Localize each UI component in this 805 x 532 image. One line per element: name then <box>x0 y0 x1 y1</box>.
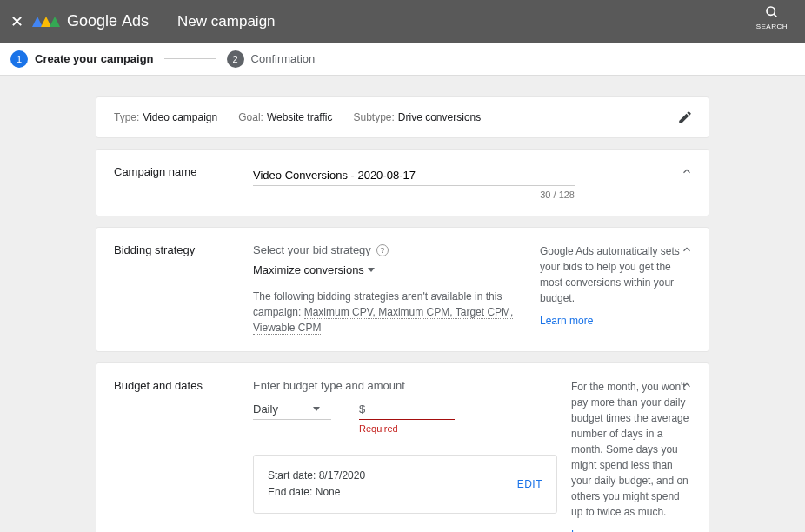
budget-section: Budget and dates Enter budget type and a… <box>96 362 709 532</box>
end-date-text: End date: None <box>268 484 365 501</box>
step-2-number: 2 <box>227 50 244 68</box>
bid-strategy-dropdown[interactable]: Maximize conversions <box>253 263 375 276</box>
summary-subtype: Subtype: Drive conversions <box>353 111 481 123</box>
summary-card: Type: Video campaign Goal: Website traff… <box>96 96 709 138</box>
campaign-name-input[interactable] <box>253 165 575 186</box>
content: Type: Video campaign Goal: Website traff… <box>0 76 805 532</box>
bidding-learn-more-link[interactable]: Learn more <box>540 313 593 329</box>
search-label: SEARCH <box>756 23 788 30</box>
step-connector <box>164 58 216 59</box>
close-icon[interactable]: ✕ <box>10 12 23 31</box>
date-range-box: Start date: 8/17/2020 End date: None EDI… <box>253 455 557 514</box>
budget-info: For the month, you won't pay more than y… <box>557 379 691 532</box>
divider <box>163 10 163 34</box>
stepper: 1 Create your campaign 2 Confirmation <box>0 43 805 76</box>
edit-dates-button[interactable]: EDIT <box>517 478 542 490</box>
search-icon <box>756 5 788 23</box>
step-confirmation[interactable]: 2 Confirmation <box>227 50 316 68</box>
summary-type: Type: Video campaign <box>114 111 217 123</box>
budget-type-select[interactable]: Daily <box>253 399 331 420</box>
search-button[interactable]: SEARCH <box>756 5 788 30</box>
bidding-info: Google Ads automatically sets your bids … <box>526 243 691 336</box>
topbar: ✕ Google Ads New campaign SEARCH <box>0 0 805 43</box>
budget-heading: Enter budget type and amount <box>253 379 557 392</box>
chevron-down-icon <box>368 268 375 272</box>
bidding-section: Bidding strategy Select your bid strateg… <box>96 227 709 352</box>
step-1-number: 1 <box>10 50 28 68</box>
campaign-name-counter: 30 / 128 <box>253 190 575 200</box>
budget-label: Budget and dates <box>114 379 253 532</box>
bidding-subheading: Select your bid strategy ? <box>253 243 526 256</box>
campaign-name-label: Campaign name <box>114 165 253 200</box>
step-create-campaign[interactable]: 1 Create your campaign <box>10 50 154 68</box>
bidding-note: The following bidding strategies aren't … <box>253 289 526 336</box>
step-1-label: Create your campaign <box>35 52 154 65</box>
step-2-label: Confirmation <box>251 52 316 65</box>
page-title: New campaign <box>177 13 275 30</box>
logo <box>32 17 60 27</box>
pencil-icon[interactable] <box>677 110 693 129</box>
budget-learn-more-link[interactable]: Learn more <box>571 527 624 532</box>
campaign-name-section: Campaign name 30 / 128 <box>96 149 709 216</box>
budget-amount-input[interactable]: $ <box>359 399 455 420</box>
help-icon[interactable]: ? <box>376 244 389 256</box>
bidding-label: Bidding strategy <box>114 243 253 336</box>
chevron-up-icon[interactable] <box>681 165 693 180</box>
svg-line-1 <box>774 14 776 17</box>
chevron-down-icon <box>313 407 320 411</box>
svg-point-0 <box>767 7 775 15</box>
brand-text: Google Ads <box>67 12 149 30</box>
chevron-up-icon[interactable] <box>681 243 693 258</box>
required-label: Required <box>359 423 455 434</box>
start-date-text: Start date: 8/17/2020 <box>268 468 365 484</box>
summary-goal: Goal: Website traffic <box>238 111 332 123</box>
chevron-up-icon[interactable] <box>681 379 693 394</box>
